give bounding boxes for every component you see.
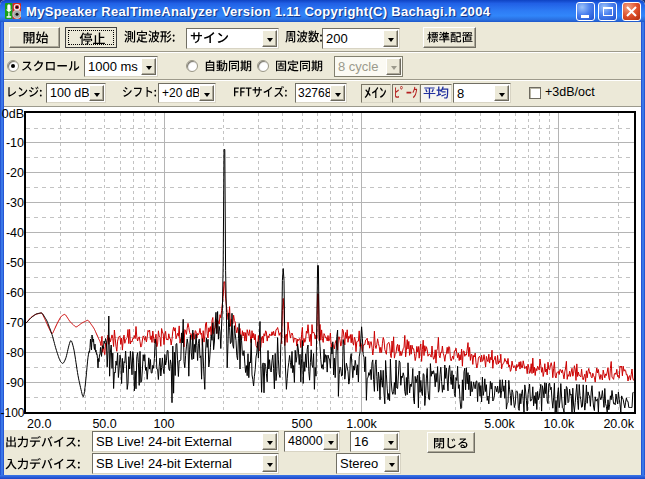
svg-text:50.0: 50.0 [92,417,116,430]
svg-text:-80: -80 [6,346,24,360]
svg-text:1.00k: 1.00k [346,417,377,430]
svg-text:-30: -30 [6,196,24,210]
svg-text:-40: -40 [6,226,24,240]
svg-text:-20: -20 [6,166,24,180]
svg-text:100: 100 [154,417,175,430]
svg-text:20.0k: 20.0k [603,417,634,430]
svg-text:20.0: 20.0 [27,417,51,430]
svg-text:5.00k: 5.00k [484,417,515,430]
svg-text:-10: -10 [6,136,24,150]
svg-text:-100: -100 [0,406,24,420]
svg-text:-50: -50 [6,256,24,270]
svg-text:10.0k: 10.0k [544,417,575,430]
svg-text:-70: -70 [6,316,24,330]
svg-text:-90: -90 [6,376,24,390]
svg-text:500: 500 [292,417,313,430]
svg-text:0dB: 0dB [2,107,24,121]
svg-text:-60: -60 [6,286,24,300]
